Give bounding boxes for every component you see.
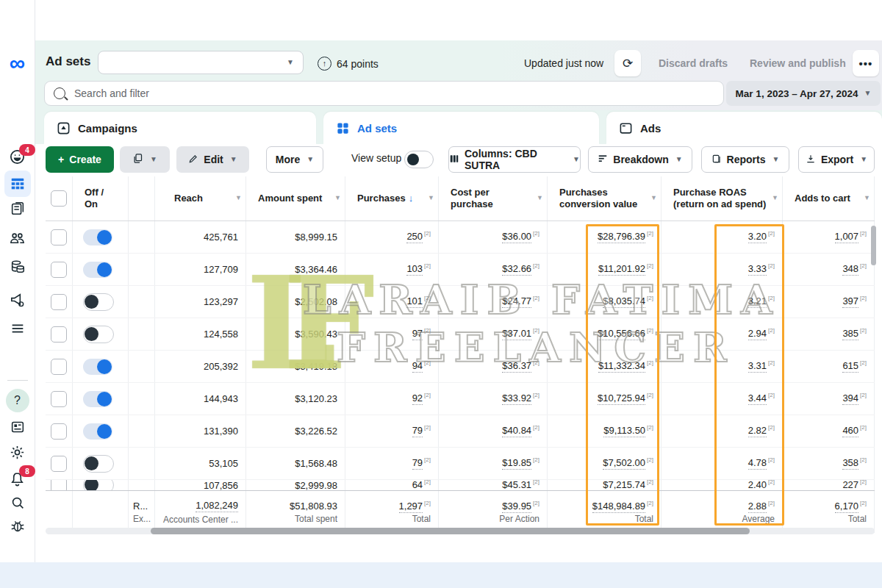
row-checkbox[interactable]: [46, 480, 73, 490]
footer-cpp-cell: $39.95[2] Per Action: [439, 491, 548, 533]
more-button[interactable]: More ▼: [266, 146, 323, 173]
cell-pcv: $9,113.50[2]: [548, 415, 662, 447]
breakdown-button[interactable]: Breakdown ▼: [588, 146, 692, 173]
cell-roas: 3.31[2]: [662, 351, 783, 382]
news-icon[interactable]: [9, 418, 26, 436]
cell-name: [129, 221, 155, 253]
search-input[interactable]: [73, 87, 714, 100]
column-header-cpp[interactable]: Cost per purchase▼: [439, 176, 548, 220]
column-header-atc[interactable]: Adds to cart▼: [783, 176, 875, 220]
row-toggle[interactable]: [73, 286, 129, 318]
tab-campaigns[interactable]: Campaigns: [44, 112, 316, 144]
campaigns-nav-icon[interactable]: [9, 175, 26, 193]
duplicate-button[interactable]: ▼: [120, 146, 170, 173]
cell-name: [129, 254, 155, 285]
vertical-scrollbar-thumb[interactable]: [871, 226, 876, 265]
breakdown-label: Breakdown: [613, 154, 668, 165]
bug-report-icon[interactable]: [9, 517, 26, 535]
cell-reach: 53,105: [155, 448, 246, 479]
adset-selector-dropdown[interactable]: ▼: [98, 51, 304, 74]
view-setup-label: View setup: [351, 152, 401, 164]
column-header-reach[interactable]: Reach▼: [155, 176, 246, 220]
row-toggle[interactable]: [73, 383, 129, 415]
tab-ads[interactable]: Ads: [606, 112, 882, 144]
audiences-nav-icon[interactable]: [9, 229, 26, 246]
column-header-spent[interactable]: Amount spent▼: [246, 176, 345, 220]
tab-adsets[interactable]: Ad sets: [323, 112, 599, 144]
columns-button[interactable]: Columns: CBD SUTRA ▼: [448, 146, 581, 173]
cell-atc: 460[2]: [783, 415, 875, 447]
row-checkbox[interactable]: [46, 448, 73, 479]
footer-reach-cell: 1,082,249 Accounts Center ...: [155, 491, 246, 533]
points-indicator[interactable]: ↑ 64 points: [318, 57, 379, 71]
date-range-picker[interactable]: Mar 1, 2023 – Apr 27, 2024 ▼: [726, 81, 881, 106]
table-row: 53,105$1,568.4879[2]$19.85[2]$7,502.00[2…: [46, 448, 875, 480]
column-header-toggle: Off / On: [73, 176, 129, 220]
chevron-down-icon: ▼: [230, 156, 237, 163]
cell-atc: 227[2]: [783, 480, 875, 490]
footer-checkbox-cell: [46, 491, 73, 533]
cell-reach: 123,297: [155, 286, 246, 318]
cell-cpp: $36.00[2]: [439, 221, 548, 253]
edit-button[interactable]: Edit ▼: [176, 146, 249, 173]
refresh-button[interactable]: ⟳: [614, 50, 641, 76]
row-checkbox[interactable]: [46, 351, 73, 382]
overflow-menu-button[interactable]: •••: [853, 50, 879, 76]
column-header-purchases[interactable]: Purchases↓ ▼: [345, 176, 439, 220]
review-publish-button[interactable]: Review and publish: [742, 51, 853, 76]
row-toggle[interactable]: [73, 351, 129, 382]
cell-purchases: 250[2]: [345, 221, 439, 253]
column-caret-icon: ▼: [235, 194, 242, 202]
footer-name-cell: R... Ex...: [129, 491, 155, 533]
points-label: 64 points: [337, 58, 379, 70]
row-toggle[interactable]: [73, 415, 129, 447]
export-button[interactable]: Export ▼: [798, 146, 875, 173]
horizontal-scrollbar-thumb[interactable]: [151, 528, 750, 534]
select-all-checkbox[interactable]: [46, 176, 73, 220]
pencil-icon: [188, 154, 198, 166]
pages-nav-icon[interactable]: [9, 200, 26, 218]
cell-cpp: $37.01[2]: [439, 318, 548, 350]
cell-atc: 348[2]: [783, 254, 875, 285]
cell-cpp: $40.84[2]: [439, 415, 548, 447]
row-toggle[interactable]: [73, 448, 129, 479]
row-toggle[interactable]: [73, 318, 129, 350]
chevron-down-icon: ▼: [573, 156, 580, 163]
cell-atc: 1,007[2]: [783, 221, 875, 253]
help-icon[interactable]: ?: [9, 392, 26, 409]
row-toggle[interactable]: [73, 480, 129, 490]
cell-reach: 131,390: [155, 415, 246, 447]
create-button[interactable]: + Create: [46, 146, 114, 173]
ads-settings-nav-icon[interactable]: [9, 291, 26, 309]
row-checkbox[interactable]: [46, 318, 73, 350]
adsets-table: Off / On Reach▼ Amount spent▼ Purchases↓…: [46, 176, 875, 533]
all-tools-icon[interactable]: [9, 320, 26, 337]
search-bar[interactable]: [44, 81, 724, 106]
meta-logo[interactable]: ∞: [9, 54, 26, 72]
row-checkbox[interactable]: [46, 286, 73, 318]
column-header-name: [129, 176, 155, 220]
cell-roas: 3.21[2]: [662, 286, 783, 318]
search-nav-icon[interactable]: [9, 494, 26, 512]
discard-drafts-button[interactable]: Discard drafts: [651, 51, 735, 76]
chevron-down-icon: ▼: [675, 156, 683, 163]
column-header-pcv[interactable]: Purchases conversion value▼: [548, 176, 662, 220]
settings-gear-icon[interactable]: [9, 443, 26, 461]
column-header-roas[interactable]: Purchase ROAS (return on ad spend)▼: [662, 176, 783, 220]
row-checkbox[interactable]: [46, 254, 73, 285]
row-checkbox[interactable]: [46, 383, 73, 415]
table-row: 124,558$3,590.4397[2]$37.01[2]$10,556.66…: [46, 318, 875, 351]
reports-button[interactable]: Reports ▼: [701, 146, 789, 173]
cell-pcv: $11,201.92[2]: [548, 254, 662, 285]
cell-spent: $2,502.08: [246, 286, 345, 318]
column-caret-icon: ▼: [650, 194, 657, 202]
row-toggle[interactable]: [73, 221, 129, 253]
view-setup-toggle[interactable]: [404, 151, 434, 168]
ads-manager-app: Ad sets ▼ ↑ 64 points Updated just now ⟳…: [0, 0, 882, 588]
chevron-down-icon: ▼: [864, 90, 871, 97]
row-toggle[interactable]: [73, 254, 129, 285]
row-checkbox[interactable]: [46, 221, 73, 253]
billing-nav-icon[interactable]: [9, 258, 26, 276]
cell-reach: 205,392: [155, 351, 246, 382]
row-checkbox[interactable]: [46, 415, 73, 447]
